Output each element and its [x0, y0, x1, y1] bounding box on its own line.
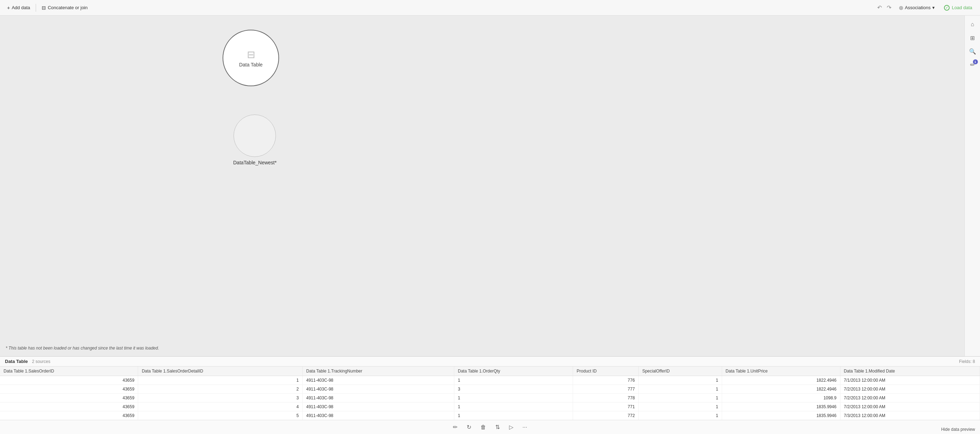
undo-redo-group: ↶ ↷ [875, 3, 893, 12]
table-cell: 43659 [0, 376, 138, 385]
table-icon: ⊟ [247, 49, 255, 61]
bottom-toolbar: ✏ ↻ 🗑 ⇅ ▷ ··· Hide data preview [0, 420, 980, 434]
table-cell: 776 [573, 376, 639, 385]
table-cell: 4 [138, 402, 302, 412]
table-cell: 43659 [0, 412, 138, 420]
play-tool-button[interactable]: ▷ [506, 422, 516, 432]
main-toolbar: + Add data ⊟ Concatenate or join ↶ ↷ ◎ A… [0, 0, 980, 16]
canvas-area: ⊟ Data Table DataTable_Newest* * This ta… [0, 16, 980, 356]
delete-tool-button[interactable]: 🗑 [477, 423, 489, 432]
primary-table-node[interactable]: ⊟ Data Table [223, 30, 279, 86]
hide-preview-button[interactable]: Hide data preview [941, 427, 975, 432]
table-cell: 4911-403C-98 [302, 412, 454, 420]
table-cell: 1 [638, 385, 722, 394]
plus-icon: + [7, 5, 10, 11]
panel-header: Data Table 2 sources Fields: 8 [0, 357, 980, 367]
column-header: Data Table 1.Modified Date [840, 367, 980, 376]
table-cell: 1 [638, 412, 722, 420]
table-cell: 4911-403C-98 [302, 385, 454, 394]
search-icon: 🔍 [969, 48, 976, 55]
table-cell: 1835.9946 [722, 402, 840, 412]
redo-button[interactable]: ↷ [885, 3, 893, 12]
table-cell: 43659 [0, 402, 138, 412]
split-tool-button[interactable]: ⇅ [493, 422, 503, 432]
grid-sidebar-button[interactable]: ⊞ [967, 32, 978, 44]
column-header: Data Table 1.SalesOrderID [0, 367, 138, 376]
add-data-button[interactable]: + Add data [4, 3, 33, 12]
edit-tool-button[interactable]: ✏ [450, 422, 460, 432]
right-sidebar: ⌂ ⊞ 🔍 ✏ 1 [964, 16, 980, 356]
data-grid: Data Table 1.SalesOrderIDData Table 1.Sa… [0, 367, 980, 420]
table-row[interactable]: 4365914911-403C-98177611822.49467/1/2013… [0, 376, 980, 385]
table-cell: 777 [573, 385, 639, 394]
primary-table-name: Data Table [239, 62, 263, 67]
table-cell: 7/2/2013 12:00:00 AM [840, 402, 980, 412]
table-cell: 778 [573, 394, 639, 402]
table-cell: 1 [454, 412, 573, 420]
column-header: Data Table 1.SalesOrderDetailID [138, 367, 302, 376]
toolbar-right: ↶ ↷ ◎ Associations ▾ ✓ Load data [875, 3, 976, 12]
table-cell: 1 [454, 376, 573, 385]
undo-button[interactable]: ↶ [875, 3, 884, 12]
fields-count: Fields: 8 [959, 359, 975, 364]
load-data-button[interactable]: ✓ Load data [940, 3, 976, 12]
panel-subtitle: 2 sources [32, 359, 50, 364]
table-cell: 7/1/2013 12:00:00 AM [840, 376, 980, 385]
table-row[interactable]: 4365934911-403C-98177811098.97/2/2013 12… [0, 394, 980, 402]
table-cell: 1 [454, 394, 573, 402]
data-table[interactable]: Data Table 1.SalesOrderIDData Table 1.Sa… [0, 367, 980, 420]
header-row: Data Table 1.SalesOrderIDData Table 1.Sa… [0, 367, 980, 376]
table-row[interactable]: 4365924911-403C-98377711822.49467/2/2013… [0, 385, 980, 394]
table-header: Data Table 1.SalesOrderIDData Table 1.Sa… [0, 367, 980, 376]
badge: 1 [973, 59, 978, 64]
concatenate-label: Concatenate or join [48, 5, 88, 10]
table-row[interactable]: 4365944911-403C-98177111835.99467/2/2013… [0, 402, 980, 412]
column-header: Product ID [573, 367, 639, 376]
grid-icon: ⊞ [970, 35, 975, 41]
bottom-panel: Data Table 2 sources Fields: 8 Data Tabl… [0, 356, 980, 434]
table-cell: 3 [138, 394, 302, 402]
table-cell: 1 [638, 376, 722, 385]
hide-preview-label: Hide data preview [941, 427, 975, 432]
associations-label: Associations [905, 5, 931, 10]
table-cell: 4911-403C-98 [302, 402, 454, 412]
table-cell: 771 [573, 402, 639, 412]
concatenate-button[interactable]: ⊟ Concatenate or join [39, 3, 91, 12]
associations-button[interactable]: ◎ Associations ▾ [896, 3, 938, 12]
toolbar-left: + Add data ⊟ Concatenate or join [4, 3, 91, 12]
concatenate-icon: ⊟ [42, 5, 46, 11]
column-header: SpecialOfferID [638, 367, 722, 376]
table-cell: 1 [638, 394, 722, 402]
table-cell: 2 [138, 385, 302, 394]
table-cell: 772 [573, 412, 639, 420]
load-data-label: Load data [952, 5, 972, 10]
table-cell: 1822.4946 [722, 376, 840, 385]
table-row[interactable]: 4365954911-403C-98177211835.99467/3/2013… [0, 412, 980, 420]
table-cell: 1822.4946 [722, 385, 840, 394]
primary-table-circle: ⊟ Data Table [223, 30, 279, 86]
add-data-label: Add data [12, 5, 30, 10]
table-cell: 43659 [0, 385, 138, 394]
table-cell: 3 [454, 385, 573, 394]
column-header: Data Table 1.UnitPrice [722, 367, 840, 376]
secondary-table-node[interactable]: DataTable_Newest* [233, 115, 277, 165]
column-header: Data Table 1.TrackingNumber [302, 367, 454, 376]
table-cell: 7/3/2013 12:00:00 AM [840, 412, 980, 420]
table-cell: 5 [138, 412, 302, 420]
table-cell: 1 [138, 376, 302, 385]
table-cell: 1098.9 [722, 394, 840, 402]
secondary-table-circle [234, 115, 276, 157]
search-sidebar-button[interactable]: 🔍 [967, 45, 978, 57]
secondary-table-name: DataTable_Newest* [233, 160, 277, 165]
more-tool-button[interactable]: ··· [520, 423, 530, 432]
home-icon: ⌂ [971, 21, 974, 27]
panel-title: Data Table [5, 359, 28, 364]
table-cell: 1 [638, 402, 722, 412]
refresh-tool-button[interactable]: ↻ [464, 422, 474, 432]
table-cell: 43659 [0, 394, 138, 402]
toolbar-separator [36, 4, 36, 12]
pen-sidebar-button[interactable]: ✏ 1 [967, 59, 978, 71]
warning-text: * This table has not been loaded or has … [6, 346, 159, 351]
table-cell: 4911-403C-98 [302, 394, 454, 402]
home-sidebar-button[interactable]: ⌂ [967, 18, 978, 30]
